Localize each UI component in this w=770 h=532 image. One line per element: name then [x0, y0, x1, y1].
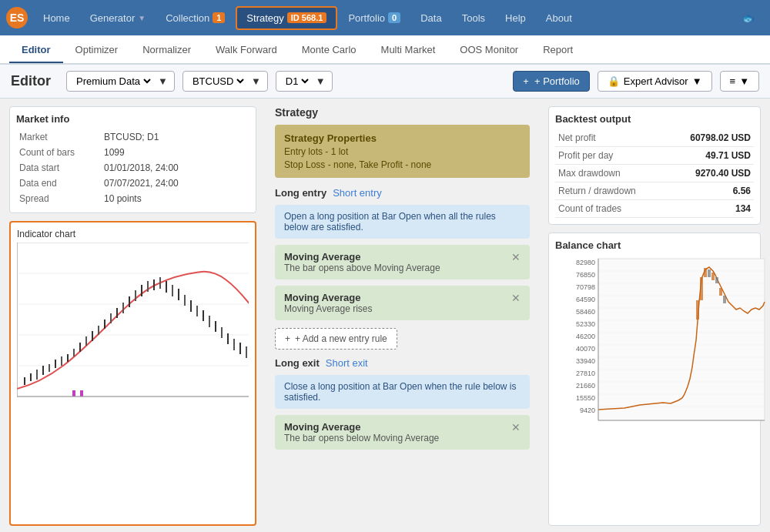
balance-chart-area: 82980 76850 70798 64590 58460 52330 4620… [555, 256, 754, 440]
value: BTCUSD; D1 [101, 129, 249, 145]
table-row: Data start 01/01/2018, 24:00 [16, 160, 249, 176]
indicator-chart-title: Indicator chart [17, 229, 249, 239]
rule-sub-1: The bar opens above Moving Average [284, 263, 440, 273]
strategy-props-line1: Entry lots - 1 lot [284, 146, 521, 157]
nav-strategy[interactable]: Strategy ID 568.1 [236, 6, 337, 30]
svg-text:58460: 58460 [576, 308, 595, 316]
tab-bar: Editor Optimizer Normalizer Walk Forward… [0, 35, 770, 65]
svg-text:9420: 9420 [580, 407, 595, 414]
table-row: Count of trades 134 [555, 200, 754, 218]
svg-text:46200: 46200 [576, 333, 595, 340]
value: 01/01/2018, 24:00 [101, 160, 249, 176]
page-title: Editor [11, 73, 51, 89]
nav-help[interactable]: Help [496, 8, 535, 28]
rule-title-1: Moving Average [284, 251, 440, 263]
entry-tabs: Long entry Short entry [275, 187, 530, 199]
label: Count of trades [555, 200, 666, 218]
label: Profit per day [555, 147, 666, 165]
chevron-down-icon: ▼ [138, 14, 146, 22]
tab-multi-market[interactable]: Multi Market [369, 38, 448, 63]
nav-about[interactable]: About [537, 8, 581, 28]
market-info-table: Market BTCUSD; D1 Count of bars 1099 Dat… [16, 129, 249, 206]
nav-collection[interactable]: Collection 1 [156, 8, 234, 28]
nav-generator[interactable]: Generator ▼ [81, 8, 155, 28]
svg-text:21660: 21660 [576, 382, 595, 390]
backtest-table: Net profit 60798.02 USD Profit per day 4… [555, 129, 754, 218]
tab-report[interactable]: Report [531, 38, 585, 63]
svg-rect-73 [700, 277, 703, 300]
nav-home[interactable]: Home [34, 8, 79, 28]
strategy-props-title: Strategy Properties [284, 132, 521, 144]
value: 07/07/2021, 24:00 [101, 176, 249, 191]
plus-icon: + [285, 333, 290, 344]
rule-close-2[interactable]: ✕ [511, 292, 521, 304]
rule-close-1[interactable]: ✕ [511, 251, 521, 263]
table-row: Count of bars 1099 [16, 145, 249, 160]
rule-box-2[interactable]: Moving Average Moving Average rises ✕ [275, 286, 530, 320]
exit-rule-close-1[interactable]: ✕ [511, 421, 521, 433]
entry-rule-info: Open a long position at Bar Open when al… [275, 205, 530, 239]
chevron-down-icon: ▼ [692, 75, 702, 87]
short-entry-tab[interactable]: Short entry [333, 187, 382, 199]
chevron-down-icon: ▼ [316, 75, 326, 87]
balance-chart-title: Balance chart [555, 239, 754, 251]
exit-rule-title-1: Moving Average [284, 421, 439, 433]
label: Spread [16, 191, 101, 206]
svg-rect-72 [696, 300, 699, 320]
table-row: Profit per day 49.71 USD [555, 147, 754, 165]
data-source-select[interactable]: Premium Data ▼ [66, 71, 175, 92]
timeframe-select[interactable]: D1 ▼ [276, 71, 333, 92]
svg-rect-74 [704, 268, 707, 277]
svg-text:15550: 15550 [576, 394, 595, 402]
svg-rect-43 [80, 390, 83, 396]
svg-rect-59 [598, 259, 765, 420]
short-exit-tab[interactable]: Short exit [326, 357, 368, 369]
svg-rect-75 [708, 269, 711, 277]
label: Return / drawdown [555, 182, 666, 200]
rule-box-1[interactable]: Moving Average The bar opens above Movin… [275, 245, 530, 279]
nav-tools[interactable]: Tools [453, 8, 494, 28]
market-dropdown[interactable]: BTCUSD [189, 75, 246, 88]
nav-data[interactable]: Data [411, 8, 450, 28]
market-select[interactable]: BTCUSD ▼ [182, 71, 268, 92]
exit-rule-box-1[interactable]: Moving Average The bar opens below Movin… [275, 415, 530, 450]
right-panel: Backtest output Net profit 60798.02 USD … [539, 99, 770, 532]
tab-walk-forward[interactable]: Walk Forward [203, 38, 290, 63]
add-entry-rule-button[interactable]: + + Add a new entry rule [275, 328, 397, 350]
middle-panel: Strategy Strategy Properties Entry lots … [266, 99, 539, 532]
tab-editor[interactable]: Editor [9, 38, 63, 63]
table-row: Net profit 60798.02 USD [555, 129, 754, 147]
svg-rect-42 [72, 390, 75, 396]
svg-rect-79 [723, 296, 726, 303]
svg-text:40070: 40070 [576, 345, 595, 353]
svg-text:64590: 64590 [576, 296, 595, 303]
svg-text:52330: 52330 [576, 320, 595, 328]
value: 6.56 [666, 182, 755, 200]
strategy-properties-box[interactable]: Strategy Properties Entry lots - 1 lot S… [275, 125, 530, 178]
expert-advisor-icon: 🔒 [608, 75, 620, 87]
left-panel: Market info Market BTCUSD; D1 Count of b… [0, 99, 266, 532]
timeframe-dropdown[interactable]: D1 [283, 75, 311, 88]
editor-header: Editor Premium Data ▼ BTCUSD ▼ D1 ▼ + + … [0, 65, 770, 99]
long-entry-tab[interactable]: Long entry [275, 187, 326, 199]
settings-button[interactable]: ≡ ▼ [720, 71, 759, 92]
nav-portfolio[interactable]: Portfolio 0 [339, 8, 410, 28]
long-exit-tab[interactable]: Long exit [275, 357, 320, 369]
backtest-output-box: Backtest output Net profit 60798.02 USD … [548, 106, 761, 225]
portfolio-button[interactable]: + + Portfolio [513, 71, 590, 92]
tab-normalizer[interactable]: Normalizer [130, 38, 203, 63]
table-row: Spread 10 points [16, 191, 249, 206]
svg-text:27810: 27810 [576, 370, 595, 377]
exit-rule-sub-1: The bar opens below Moving Average [284, 433, 439, 443]
tab-oos-monitor[interactable]: OOS Monitor [447, 38, 531, 63]
chevron-down-icon: ▼ [739, 75, 749, 87]
label: Data start [16, 160, 101, 176]
value: 49.71 USD [666, 147, 755, 165]
label: Data end [16, 176, 101, 191]
expert-advisor-button[interactable]: 🔒 Expert Advisor ▼ [598, 71, 712, 92]
table-row: Data end 07/07/2021, 24:00 [16, 176, 249, 191]
tab-monte-carlo[interactable]: Monte Carlo [290, 38, 369, 63]
tab-optimizer[interactable]: Optimizer [63, 38, 131, 63]
data-source-dropdown[interactable]: Premium Data [73, 75, 153, 88]
nav-fish-icon: 🐟 [733, 8, 764, 28]
